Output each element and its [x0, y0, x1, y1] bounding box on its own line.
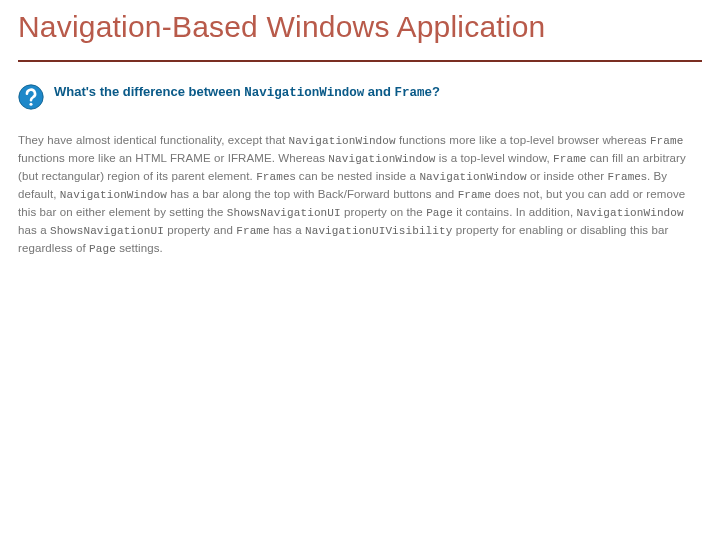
svg-point-1	[29, 103, 32, 106]
question-code-2: Frame	[395, 86, 433, 100]
answer-code: NavigationWindow	[576, 207, 683, 219]
answer-text: or inside other	[527, 170, 608, 182]
answer-text: has a	[18, 224, 50, 236]
question-code-1: NavigationWindow	[244, 86, 364, 100]
answer-code: ShowsNavigationUI	[50, 225, 164, 237]
answer-text: settings.	[116, 242, 163, 254]
question-prefix: What's the difference between	[54, 84, 244, 99]
title-underline	[18, 60, 702, 62]
answer-text: functions more like an HTML FRAME or IFR…	[18, 152, 328, 164]
page-title: Navigation-Based Windows Application	[18, 10, 702, 44]
answer-code: Frame	[236, 225, 270, 237]
answer-code: NavigationWindow	[60, 189, 167, 201]
answer-code: NavigationWindow	[328, 153, 435, 165]
answer-text: is a top-level window,	[436, 152, 553, 164]
answer-text: has a bar along the top with Back/Forwar…	[167, 188, 458, 200]
answer-text: property and	[164, 224, 236, 236]
answer-code: NavigationUIVisibility	[305, 225, 452, 237]
answer-code: ShowsNavigationUI	[227, 207, 341, 219]
question-icon	[18, 84, 44, 110]
answer-code: Frame	[650, 135, 684, 147]
answer-code: Frame	[458, 189, 492, 201]
answer-text: property on the	[341, 206, 426, 218]
answer-code: NavigationWindow	[288, 135, 395, 147]
answer-text: s can be nested inside a	[290, 170, 420, 182]
answer-code: NavigationWindow	[419, 171, 526, 183]
question-suffix: ?	[432, 84, 440, 99]
answer-code: Page	[89, 243, 116, 255]
question-icon-wrap	[18, 84, 44, 114]
question-mid: and	[364, 84, 394, 99]
answer-text: it contains. In addition,	[453, 206, 577, 218]
answer-code: Frame	[553, 153, 587, 165]
answer-code: Page	[426, 207, 453, 219]
answer-text: They have almost identical functionality…	[18, 134, 288, 146]
answer-code: Frame	[256, 171, 290, 183]
faq-block: What's the difference between Navigation…	[18, 84, 702, 114]
faq-answer: They have almost identical functionality…	[18, 132, 702, 258]
faq-question: What's the difference between Navigation…	[54, 84, 440, 101]
answer-text: functions more like a top-level browser …	[396, 134, 650, 146]
answer-code: Frame	[608, 171, 642, 183]
answer-text: has a	[270, 224, 305, 236]
slide: Navigation-Based Windows Application Wha…	[0, 0, 720, 540]
